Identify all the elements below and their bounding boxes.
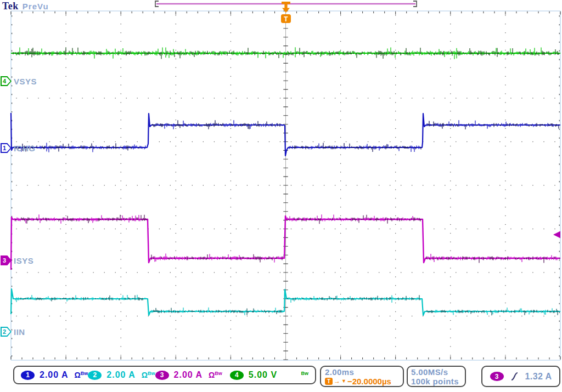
ch1-scale: 2.00 A — [40, 370, 69, 380]
ch1-readout: 1 2.00 A ΩBw — [21, 370, 88, 380]
acquisition-mode-label: PreVu — [23, 2, 49, 11]
ch3-badge: 3 — [155, 371, 169, 380]
record-length: 100k points — [411, 377, 459, 386]
ch3-readout: 3 2.00 A ΩBw — [155, 370, 222, 380]
rising-edge-icon — [510, 372, 519, 381]
arrow-right-icon: → — [334, 378, 340, 385]
channel-4-marker: 4 VSYS — [1, 76, 37, 86]
trigger-t-icon: T — [325, 378, 333, 385]
ch4-badge: 4 — [230, 371, 244, 380]
channel-2-marker: 2 IIN — [1, 327, 25, 337]
trigger-position-readout: T → ▼ −20.0000µs — [325, 377, 391, 386]
ch2-bandwidth-flag: Bw — [148, 371, 155, 376]
ch4-scale: 5.00 V — [249, 370, 277, 380]
channel-4-label: VSYS — [14, 77, 37, 86]
ch1-coupling: Ω — [75, 371, 81, 379]
ch2-badge: 2 — [88, 371, 102, 380]
trigger-readout: 3 1.32 A — [481, 366, 560, 387]
channel-3-reference-arrow-icon: 3 — [1, 255, 12, 265]
waveform-display: T — [0, 0, 562, 364]
trigger-source-badge: 3 — [490, 372, 504, 381]
channel-3-marker: 3 ISYS — [1, 255, 33, 265]
tek-logo: Tek — [2, 1, 19, 12]
channel-1-label: ICHG — [14, 144, 36, 153]
timebase-readout: 2.00ms T → ▼ −20.0000µs — [320, 366, 404, 387]
marker-down-icon: ▼ — [341, 378, 346, 385]
ch4-bandwidth-flag: Bw — [301, 371, 309, 376]
sample-rate: 5.00MS/s — [411, 367, 448, 377]
acquisition-readout: 5.00MS/s 100k points — [407, 366, 466, 387]
channel-3-label: ISYS — [14, 256, 33, 265]
ch3-bandwidth-flag: Bw — [215, 371, 222, 376]
channel-4-reference-arrow-icon: 4 — [1, 76, 12, 86]
channel-2-label: IIN — [14, 327, 25, 337]
channel-2-reference-arrow-icon: 2 — [1, 327, 12, 337]
trigger-level-arrow-icon — [553, 231, 560, 238]
header: Tek PreVu — [2, 1, 49, 12]
trigger-position-value: −20.0000µs — [347, 377, 391, 386]
channel-1-marker: 1 ICHG — [1, 143, 36, 153]
ch4-readout: 4 5.00 V Bw — [230, 370, 308, 380]
ch2-coupling: Ω — [142, 371, 148, 379]
ch1-badge: 1 — [21, 371, 35, 380]
ch1-bandwidth-flag: Bw — [81, 371, 88, 376]
ch3-scale: 2.00 A — [174, 370, 203, 380]
isys-trace-speckle — [16, 215, 559, 263]
trigger-level: 1.32 A — [525, 372, 552, 381]
timebase-scale: 2.00ms — [325, 367, 354, 377]
ch2-readout: 2 2.00 A ΩBw — [88, 370, 155, 380]
ch3-coupling: Ω — [209, 371, 215, 379]
oscilloscope-screen: T Tek PreVu 4 VSYS 1 ICHG 3 ISYS 2 IIN — [0, 0, 562, 392]
ch2-scale: 2.00 A — [106, 370, 136, 380]
trigger-t-badge-label: T — [284, 15, 288, 23]
channel-1-reference-arrow-icon: 1 — [1, 143, 12, 153]
channel-settings-readout: 1 2.00 A ΩBw 2 2.00 A ΩBw 3 2.00 A ΩBw 4… — [13, 366, 316, 384]
